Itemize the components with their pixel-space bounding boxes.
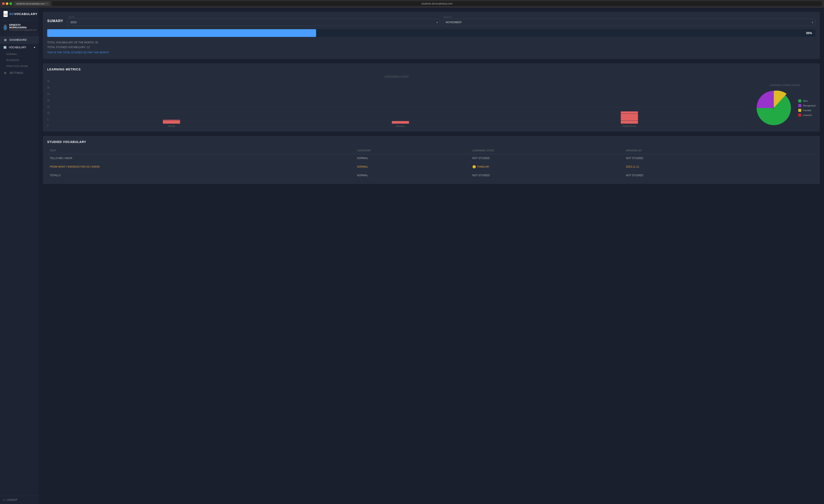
sidebar-item-practice-room[interactable]: PRACTICE ROOM [0, 63, 39, 69]
row2-text: FROM WHAT I KNOW/AS FAR AS I KNOW [47, 162, 354, 171]
year-select[interactable]: 2023 2022 [68, 19, 440, 26]
row2-state: 😐 FAMILIAR [470, 162, 623, 171]
y-label-35: 35 [47, 80, 49, 82]
table-row: TELLS ME/ I HEAR NORMAL NOT STUDIED NOT … [47, 154, 815, 162]
state-emoji: 😐 [472, 165, 476, 169]
pie-chart [754, 89, 793, 127]
legend-familiar-label: Familiar [803, 109, 811, 112]
y-label-15: 15 [47, 106, 49, 108]
year-filter: YEAR 2023 2022 [68, 16, 440, 26]
table-row: FROM WHAT I KNOW/AS FAR AS I KNOW NORMAL… [47, 162, 815, 171]
minimize-button[interactable] [6, 2, 8, 5]
browser-chrome: students.dcvocabulary.com ✕ students.dcv… [0, 0, 824, 7]
month-select[interactable]: NOVEMBER OCTOBER SEPTEMBER [443, 19, 815, 26]
progress-note: THIS IS THE TOTAL STUDIED SO FAR THIS MO… [47, 51, 815, 55]
sidebar-nav: ⊞ DASHBOARD 🔤 VOCABULARY ▾ NORMAL BUSINE… [0, 34, 39, 496]
logout-button[interactable]: ⎋ LOGOUT [0, 496, 39, 504]
close-button[interactable] [2, 2, 5, 5]
month-select-wrapper: NOVEMBER OCTOBER SEPTEMBER [443, 19, 815, 26]
filter-group: YEAR 2023 2022 MONTH NOVEMBER [68, 16, 815, 26]
y-label-25: 25 [47, 93, 49, 95]
col-header-updated: UPDATED AT [623, 147, 815, 154]
maximize-button[interactable] [9, 2, 12, 5]
sidebar-item-label: DASHBOARD [9, 38, 27, 41]
legend-new: New [798, 99, 815, 102]
browser-window-controls [2, 2, 12, 5]
url-bar[interactable]: students.dcvocabulary.com [52, 1, 822, 6]
chevron-icon: ▾ [34, 46, 35, 49]
summary-title: SUMARY [47, 19, 63, 23]
summary-header: SUMARY YEAR 2023 2022 MONTH [47, 16, 815, 26]
bar-practice-label: Practice Room [622, 125, 636, 127]
bar-business-fill [392, 121, 409, 124]
legend-familiar-color [798, 109, 801, 112]
legend-recognized: Recognized [798, 104, 815, 107]
settings-label: SETTINGS [9, 72, 23, 75]
browser-tab[interactable]: students.dcvocabulary.com ✕ [14, 1, 50, 6]
settings-icon: ⚙ [3, 71, 7, 75]
y-label-20: 20 [47, 99, 49, 102]
logo-icon: 📖 [3, 11, 8, 17]
row1-state: NOT STUDIED [470, 154, 623, 162]
bar-normal-fill [163, 120, 180, 124]
progress-bar-container: 35% [47, 29, 815, 37]
sidebar-item-vocabulary[interactable]: 🔤 VOCABULARY ▾ [0, 44, 39, 51]
month-label: MONTH [443, 16, 815, 18]
state-badge-familiar: 😐 FAMILIAR [472, 165, 621, 169]
tab-close-icon[interactable]: ✕ [46, 3, 47, 5]
vocab-table: TEXT CATEGORY LEARNING STATE UPDATED AT … [47, 147, 815, 180]
logo-text: DCVOCABULARY [9, 12, 37, 16]
vocab-label: VOCABULARY [9, 46, 26, 49]
pie-chart-title: Learning States Count [770, 84, 800, 87]
month-filter: MONTH NOVEMBER OCTOBER SEPTEMBER [443, 16, 815, 26]
legend-recognized-label: Recognized [803, 104, 815, 107]
progress-stats: TOTAL VOCABULARY OF THE MONTH: 35 TOTAL … [47, 40, 815, 55]
legend-learned-color [798, 114, 801, 117]
metrics-section: LEARNING METRICS Categories Count 0 5 10… [43, 63, 820, 131]
row1-updated: NOT STUDIED [623, 154, 815, 162]
metrics-title: LEARNING METRICS [47, 68, 815, 71]
row2-state-label: FAMILIAR [477, 165, 489, 168]
vocab-title: STUDIED VOCABULARY [47, 140, 815, 143]
legend-new-label: New [803, 100, 808, 102]
bar-practice: Practice Room [517, 111, 742, 127]
table-row: TOTALLY NORMAL NOT STUDIED NOT STUDIED [47, 171, 815, 180]
dashboard-icon: ⊞ [3, 38, 7, 42]
user-info: ERNESTO MURRUGARRA ernestalexmurru@gmail… [9, 24, 37, 31]
total-vocab-label: TOTAL VOCABULARY OF THE MONTH: 35 [47, 40, 815, 45]
total-studied-label: TOTAL STUDIED VOCABULARY: 12 [47, 45, 815, 50]
bars-container: Normal Business Practice Room [55, 111, 746, 127]
row2-category: NORMAL [354, 162, 470, 171]
sidebar-item-dashboard[interactable]: ⊞ DASHBOARD [0, 36, 39, 44]
metrics-charts: Categories Count 0 5 10 15 20 25 30 35 [47, 75, 815, 127]
app-container: 📖 DCVOCABULARY 👤 ERNESTO MURRUGARRA erne… [0, 7, 824, 504]
sidebar-item-settings[interactable]: ⚙ SETTINGS [0, 69, 39, 77]
sidebar-item-normal[interactable]: NORMAL [0, 51, 39, 57]
summary-section: SUMARY YEAR 2023 2022 MONTH [43, 12, 820, 59]
row3-state: NOT STUDIED [470, 171, 623, 180]
sidebar-item-business[interactable]: BUSINESS [0, 57, 39, 63]
row1-state-label: NOT STUDIED [472, 157, 490, 160]
pie-recognized [757, 91, 774, 108]
y-axis: 0 5 10 15 20 25 30 35 [47, 80, 49, 127]
row3-updated: NOT STUDIED [623, 171, 815, 180]
y-label-30: 30 [47, 87, 49, 89]
pie-with-legend: New Recognized Familiar [754, 89, 815, 127]
row3-text: TOTALLY [47, 171, 354, 180]
pie-svg [754, 89, 793, 127]
bar-chart-title: Categories Count [47, 75, 746, 78]
table-body: TELLS ME/ I HEAR NORMAL NOT STUDIED NOT … [47, 154, 815, 180]
y-label-0: 0 [47, 125, 49, 127]
y-label-10: 10 [47, 112, 49, 114]
main-content: SUMARY YEAR 2023 2022 MONTH [39, 7, 824, 504]
legend-new-color [798, 99, 801, 102]
user-name: ERNESTO MURRUGARRA [9, 24, 37, 29]
legend-learned-label: Learned [803, 114, 812, 116]
year-select-wrapper: 2023 2022 [68, 19, 440, 26]
pie-legend: New Recognized Familiar [798, 99, 815, 117]
user-profile: 👤 ERNESTO MURRUGARRA ernestalexmurru@gma… [0, 21, 39, 34]
bar-business-label: Business [396, 125, 405, 127]
bar-normal-label: Normal [168, 125, 175, 127]
user-email: ernestalexmurru@gmail.com [9, 29, 37, 31]
sidebar: 📖 DCVOCABULARY 👤 ERNESTO MURRUGARRA erne… [0, 7, 39, 504]
